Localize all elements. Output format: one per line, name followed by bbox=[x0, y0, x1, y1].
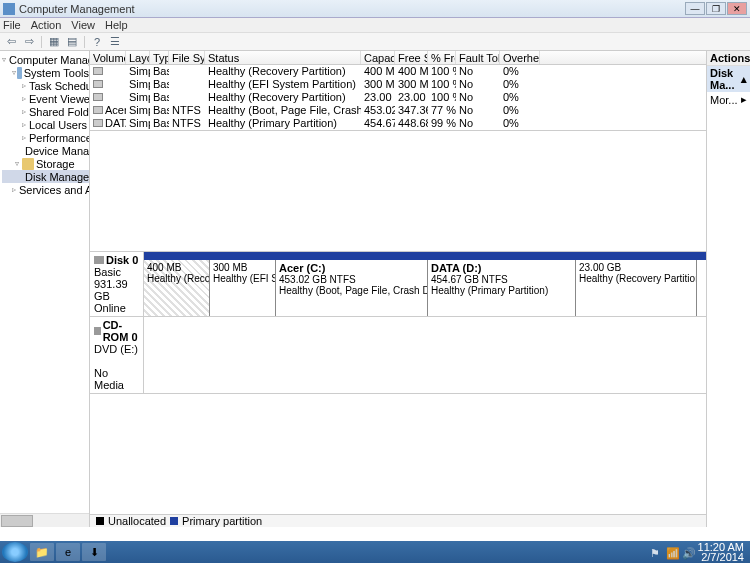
disk-graphical-view: Disk 0 Basic 931.39 GB Online 400 MBHeal… bbox=[90, 251, 706, 394]
tree-root[interactable]: ▿Computer Management (L bbox=[2, 53, 89, 66]
tree-shared-folders[interactable]: ▹Shared Folders bbox=[2, 105, 89, 118]
hdr-capacity[interactable]: Capacity bbox=[361, 51, 395, 64]
volume-table: Volume Layout Type File System Status Ca… bbox=[90, 51, 706, 131]
collapse-icon: ▴ bbox=[741, 73, 747, 86]
tree-device-manager[interactable]: Device Manager bbox=[2, 144, 89, 157]
partition[interactable]: 400 MBHealthy (Recovery Parti bbox=[144, 260, 210, 316]
menu-file[interactable]: File bbox=[3, 19, 21, 31]
tree-local-users[interactable]: ▹Local Users and Grou bbox=[2, 118, 89, 131]
swatch-unallocated bbox=[96, 517, 104, 525]
hdr-pctfree[interactable]: % Free bbox=[428, 51, 456, 64]
tree-pane: ▿Computer Management (L ▿System Tools ▹T… bbox=[0, 51, 90, 527]
network-icon[interactable]: 📶 bbox=[666, 547, 676, 557]
menubar: File Action View Help bbox=[0, 18, 750, 33]
hdr-type[interactable]: Type bbox=[150, 51, 169, 64]
menu-view[interactable]: View bbox=[71, 19, 95, 31]
cdrom-info: CD-ROM 0 DVD (E:) No Media bbox=[90, 317, 144, 393]
hdr-volume[interactable]: Volume bbox=[90, 51, 126, 64]
disk-0-info: Disk 0 Basic 931.39 GB Online bbox=[90, 252, 144, 316]
maximize-button[interactable]: ❐ bbox=[706, 2, 726, 15]
app-taskbar-icon[interactable]: ⬇ bbox=[82, 543, 106, 561]
partition[interactable]: Acer (C:)453.02 GB NTFSHealthy (Boot, Pa… bbox=[276, 260, 428, 316]
window-title: Computer Management bbox=[19, 3, 685, 15]
close-button[interactable]: ✕ bbox=[727, 2, 747, 15]
back-icon[interactable]: ⇦ bbox=[3, 35, 19, 49]
volume-row[interactable]: SimpleBasicHealthy (EFI System Partition… bbox=[90, 78, 706, 91]
menu-action[interactable]: Action bbox=[31, 19, 62, 31]
volume-row[interactable]: SimpleBasicHealthy (Recovery Partition)4… bbox=[90, 65, 706, 78]
cdrom-row[interactable]: CD-ROM 0 DVD (E:) No Media bbox=[90, 317, 706, 394]
tree-task-scheduler[interactable]: ▹Task Scheduler bbox=[2, 79, 89, 92]
actions-section[interactable]: Disk Ma...▴ bbox=[707, 66, 750, 92]
tree-storage[interactable]: ▿Storage bbox=[2, 157, 89, 170]
tree-services[interactable]: ▹Services and Application bbox=[2, 183, 89, 196]
volume-icon bbox=[93, 67, 103, 75]
forward-icon[interactable]: ⇨ bbox=[21, 35, 37, 49]
harddisk-icon bbox=[94, 256, 104, 264]
system-tray[interactable]: ⚑ 📶 🔊 11:20 AM 2/7/2014 bbox=[650, 542, 748, 562]
tray-date: 2/7/2014 bbox=[698, 552, 744, 562]
disk-0-header-bar bbox=[144, 252, 706, 260]
volume-row[interactable]: SimpleBasicHealthy (Recovery Partition)2… bbox=[90, 91, 706, 104]
partition[interactable]: DATA (D:)454.67 GB NTFSHealthy (Primary … bbox=[428, 260, 576, 316]
volume-icon bbox=[93, 106, 103, 114]
ie-icon[interactable]: e bbox=[56, 543, 80, 561]
disk-0-row[interactable]: Disk 0 Basic 931.39 GB Online 400 MBHeal… bbox=[90, 252, 706, 317]
volume-row[interactable]: Acer (C:)SimpleBasicNTFSHealthy (Boot, P… bbox=[90, 104, 706, 117]
tree-disk-management[interactable]: Disk Management bbox=[2, 170, 89, 183]
legend: Unallocated Primary partition bbox=[90, 514, 706, 527]
tree-performance[interactable]: ▹Performance bbox=[2, 131, 89, 144]
tree-system-tools[interactable]: ▿System Tools bbox=[2, 66, 89, 79]
tree-event-viewer[interactable]: ▹Event Viewer bbox=[2, 92, 89, 105]
chevron-right-icon: ▸ bbox=[741, 93, 747, 106]
view-icon[interactable]: ▦ bbox=[46, 35, 62, 49]
app-icon bbox=[3, 3, 15, 15]
hdr-layout[interactable]: Layout bbox=[126, 51, 150, 64]
partition[interactable]: 23.00 GBHealthy (Recovery Partition) bbox=[576, 260, 697, 316]
cdrom-icon bbox=[94, 327, 101, 335]
list-icon[interactable]: ☰ bbox=[107, 35, 123, 49]
flag-icon[interactable]: ⚑ bbox=[650, 547, 660, 557]
explorer-icon[interactable]: 📁 bbox=[30, 543, 54, 561]
start-button[interactable] bbox=[2, 542, 28, 562]
titlebar: Computer Management — ❐ ✕ bbox=[0, 0, 750, 18]
help-icon[interactable]: ? bbox=[89, 35, 105, 49]
swatch-primary bbox=[170, 517, 178, 525]
tools-icon bbox=[17, 67, 22, 79]
volume-header[interactable]: Volume Layout Type File System Status Ca… bbox=[90, 51, 706, 65]
volume-icon[interactable]: 🔊 bbox=[682, 547, 692, 557]
hdr-filesystem[interactable]: File System bbox=[169, 51, 205, 64]
hdr-overhead[interactable]: Overhead bbox=[500, 51, 540, 64]
actions-header: Actions bbox=[707, 51, 750, 66]
hdr-fault[interactable]: Fault Tolerance bbox=[456, 51, 500, 64]
volume-icon bbox=[93, 80, 103, 88]
menu-help[interactable]: Help bbox=[105, 19, 128, 31]
volume-icon bbox=[93, 93, 103, 101]
hdr-freespace[interactable]: Free Space bbox=[395, 51, 428, 64]
actions-pane: Actions Disk Ma...▴ Mor...▸ bbox=[706, 51, 750, 527]
toolbar: ⇦ ⇨ ▦ ▤ ? ☰ bbox=[0, 33, 750, 51]
minimize-button[interactable]: — bbox=[685, 2, 705, 15]
actions-more[interactable]: Mor...▸ bbox=[707, 92, 750, 107]
storage-icon bbox=[22, 158, 34, 170]
refresh-icon[interactable]: ▤ bbox=[64, 35, 80, 49]
volume-row[interactable]: DATA (D:)SimpleBasicNTFSHealthy (Primary… bbox=[90, 117, 706, 130]
center-pane: Volume Layout Type File System Status Ca… bbox=[90, 51, 706, 527]
volume-icon bbox=[93, 119, 103, 127]
taskbar: 📁 e ⬇ ⚑ 📶 🔊 11:20 AM 2/7/2014 bbox=[0, 541, 750, 563]
tree-scrollbar[interactable] bbox=[0, 513, 89, 527]
partition[interactable]: 300 MBHealthy (EFI System P bbox=[210, 260, 276, 316]
hdr-status[interactable]: Status bbox=[205, 51, 361, 64]
